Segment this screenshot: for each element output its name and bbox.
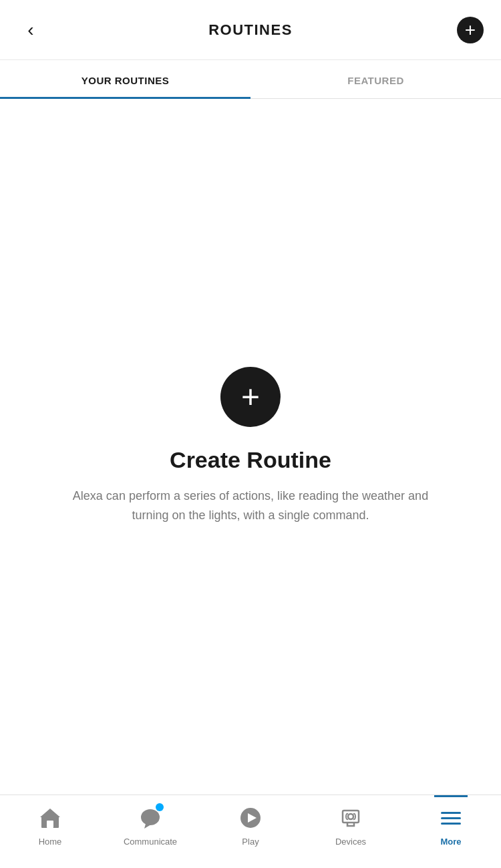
home-icon — [39, 807, 61, 829]
tab-your-routines[interactable]: YOUR ROUTINES — [0, 60, 251, 98]
nav-label-play: Play — [242, 837, 259, 847]
devices-icon-wrapper — [336, 803, 365, 833]
svg-rect-2 — [47, 821, 53, 828]
devices-icon — [339, 807, 362, 829]
svg-point-3 — [141, 809, 160, 825]
tabs-container: YOUR ROUTINES FEATURED — [0, 60, 501, 99]
play-icon-wrapper — [236, 803, 265, 833]
back-icon: ‹ — [27, 21, 33, 39]
more-icon-wrapper — [436, 803, 466, 833]
back-button[interactable]: ‹ — [16, 15, 45, 45]
nav-label-home: Home — [39, 837, 62, 847]
create-routine-icon: + — [220, 367, 281, 427]
svg-marker-1 — [40, 809, 60, 817]
nav-item-devices[interactable]: Devices — [301, 803, 401, 847]
svg-marker-4 — [144, 824, 151, 829]
nav-item-play[interactable]: Play — [200, 803, 301, 847]
more-icon — [440, 807, 462, 829]
home-icon-wrapper — [35, 803, 65, 833]
header: ‹ ROUTINES + — [0, 0, 501, 60]
bottom-nav: Home Communicate Play — [0, 794, 501, 868]
tab-featured[interactable]: FEATURED — [251, 60, 501, 98]
empty-state-description: Alexa can perform a series of actions, l… — [63, 486, 438, 525]
nav-label-communicate: Communicate — [124, 837, 177, 847]
nav-item-home[interactable]: Home — [0, 803, 100, 847]
notification-badge — [156, 803, 164, 811]
svg-point-8 — [348, 814, 353, 819]
empty-state: + Create Routine Alexa can perform a ser… — [0, 99, 501, 792]
nav-item-more[interactable]: More — [401, 803, 501, 847]
play-icon — [239, 807, 262, 829]
page-title: ROUTINES — [208, 21, 293, 39]
nav-item-communicate[interactable]: Communicate — [100, 803, 200, 847]
add-routine-button[interactable]: + — [456, 15, 485, 45]
create-routine-button[interactable]: + — [220, 367, 281, 427]
empty-state-title: Create Routine — [170, 447, 331, 473]
add-icon: + — [457, 17, 484, 43]
svg-rect-7 — [343, 811, 359, 823]
nav-label-more: More — [440, 837, 461, 847]
communicate-icon-wrapper — [136, 803, 165, 833]
nav-label-devices: Devices — [335, 837, 366, 847]
